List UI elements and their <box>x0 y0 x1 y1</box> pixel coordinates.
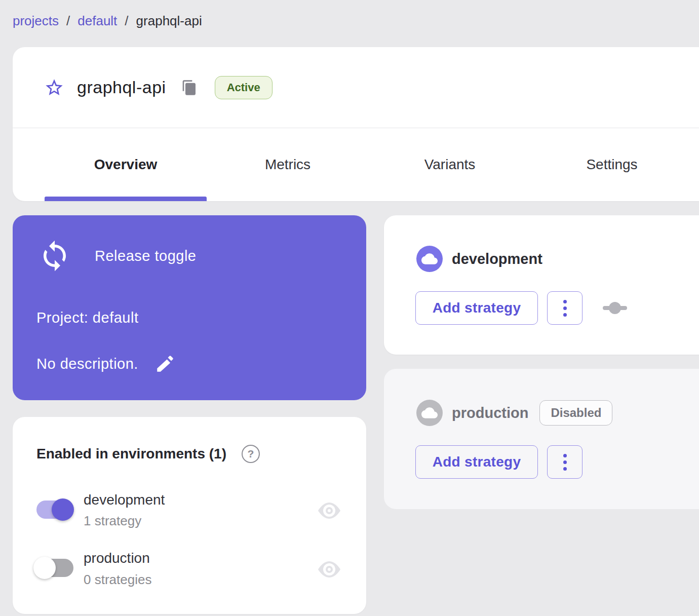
tab-settings[interactable]: Settings <box>531 128 693 201</box>
feature-description: No description. <box>36 356 138 372</box>
release-toggle-icon <box>38 239 71 273</box>
page-title: graphql-api <box>77 78 166 97</box>
toggle-development[interactable] <box>36 500 73 519</box>
kebab-icon <box>563 306 567 310</box>
feature-description-row: No description. <box>36 353 176 374</box>
breadcrumb: projects / default / graphql-api <box>13 13 202 29</box>
breadcrumb-separator: / <box>66 13 70 29</box>
add-strategy-button[interactable]: Add strategy <box>415 291 538 325</box>
strategy-slider-icon <box>603 297 627 319</box>
environment-row-name: production <box>84 550 150 566</box>
feature-info-card: Release toggle Project: default No descr… <box>13 215 366 400</box>
feature-flag-page: projects / default / graphql-api graphql… <box>0 0 699 616</box>
environment-name: production <box>452 405 528 421</box>
environment-card-production: production Disabled Add strategy <box>384 369 699 509</box>
feature-header-row: graphql-api Active <box>13 47 699 128</box>
tab-metrics-label: Metrics <box>265 157 310 173</box>
disabled-badge: Disabled <box>539 400 612 426</box>
enabled-environments-card: Enabled in environments (1) ? developmen… <box>13 417 366 614</box>
environment-actions: Add strategy <box>415 291 627 325</box>
feature-type-label: Release toggle <box>95 248 196 264</box>
environment-name: development <box>452 251 542 267</box>
edit-description-icon[interactable] <box>154 353 176 374</box>
breadcrumb-separator: / <box>125 13 128 29</box>
toggle-thumb <box>52 498 74 521</box>
environment-header: development <box>416 246 542 272</box>
kebab-icon <box>563 460 567 464</box>
breadcrumb-projects-link[interactable]: projects <box>13 13 59 29</box>
environment-card-development: development Add strategy <box>384 215 699 355</box>
kebab-icon <box>563 454 567 457</box>
tab-overview[interactable]: Overview <box>45 128 207 201</box>
toggle-thumb <box>33 557 56 579</box>
add-strategy-button[interactable]: Add strategy <box>415 445 538 479</box>
status-badge: Active <box>215 76 273 99</box>
kebab-icon <box>563 313 567 317</box>
cloud-icon <box>416 246 443 272</box>
tab-variants[interactable]: Variants <box>369 128 531 201</box>
kebab-icon <box>563 467 567 471</box>
eye-icon[interactable] <box>317 560 341 579</box>
active-tab-indicator <box>45 197 207 201</box>
tab-overview-label: Overview <box>94 157 158 173</box>
environment-actions: Add strategy <box>415 445 582 479</box>
enabled-environments-header: Enabled in environments (1) ? <box>36 445 260 463</box>
toggle-production[interactable] <box>36 559 73 577</box>
kebab-icon <box>563 300 567 303</box>
tab-bar: Overview Metrics Variants Settings <box>45 128 693 201</box>
tab-metrics[interactable]: Metrics <box>207 128 369 201</box>
feature-project-label: Project: default <box>36 310 138 326</box>
eye-icon[interactable] <box>317 501 341 520</box>
feature-header-card: graphql-api Active Overview Metrics Vari… <box>13 47 699 201</box>
tab-settings-label: Settings <box>586 157 637 173</box>
help-icon[interactable]: ? <box>242 445 260 463</box>
environment-row-strategies: 0 strategies <box>84 572 151 588</box>
environment-row-name: development <box>84 492 165 508</box>
enabled-environments-title: Enabled in environments (1) <box>36 446 226 462</box>
favorite-star-icon[interactable] <box>44 78 64 98</box>
cloud-icon <box>416 400 443 426</box>
tab-variants-label: Variants <box>424 157 476 173</box>
breadcrumb-default-link[interactable]: default <box>77 13 117 29</box>
environment-menu-button[interactable] <box>547 445 582 479</box>
feature-type-row: Release toggle <box>38 239 196 273</box>
environment-row-strategies: 1 strategy <box>84 513 141 529</box>
environment-header: production Disabled <box>416 400 612 426</box>
breadcrumb-current: graphql-api <box>136 13 202 29</box>
environment-menu-button[interactable] <box>547 291 582 325</box>
copy-icon[interactable] <box>181 79 198 96</box>
